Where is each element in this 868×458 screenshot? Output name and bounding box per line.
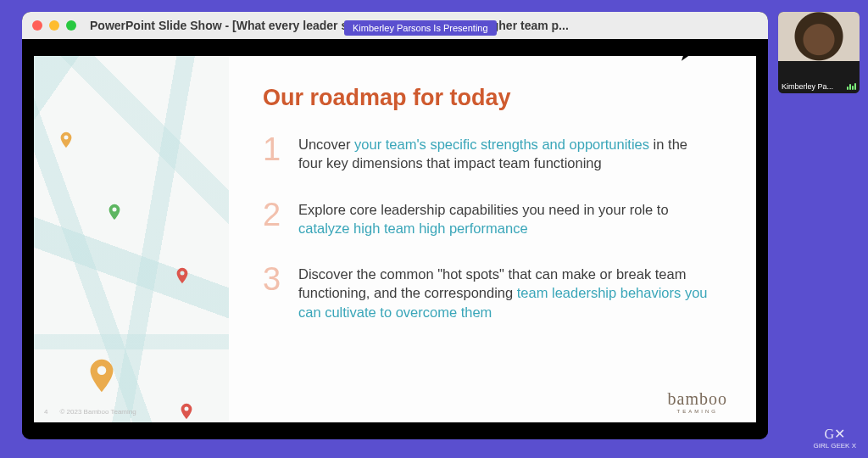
- presenter-camera-tile[interactable]: Kimberley Pa...: [778, 12, 860, 93]
- brand-name: bamboo: [668, 389, 727, 409]
- host-watermark: G✕ GIRL GEEK X: [814, 426, 856, 450]
- maximize-icon[interactable]: [66, 20, 76, 31]
- map-pin-icon: [105, 203, 124, 221]
- brand-subtitle: TEAMING: [668, 409, 727, 414]
- watermark-logo-icon: G✕: [814, 426, 856, 442]
- roadmap-item: 3 Discover the common "hot spots" that c…: [263, 263, 714, 321]
- close-icon[interactable]: [32, 20, 42, 31]
- roadmap-item: 1 Uncover your team's specific strengths…: [263, 133, 714, 173]
- slide-copyright: © 2023 Bamboo Teaming: [59, 408, 136, 416]
- slide-page-number: 4: [44, 408, 47, 416]
- highlight-text: catalyze high team high performance: [298, 221, 528, 236]
- item-text: Explore core leadership capabilities you…: [298, 198, 714, 238]
- presentation-window: PowerPoint Slide Show - [What every lead…: [22, 12, 768, 439]
- minimize-icon[interactable]: [49, 20, 59, 31]
- item-text: Uncover your team's specific strengths a…: [298, 133, 714, 173]
- presenter-name-label: Kimberley Pa...: [782, 82, 833, 91]
- map-illustration: 4 © 2023 Bamboo Teaming: [34, 56, 229, 422]
- slide-letterbox: 4 © 2023 Bamboo Teaming Our roadmap for …: [22, 39, 768, 439]
- roadmap-item: 2 Explore core leadership capabilities y…: [263, 198, 714, 238]
- map-pin-icon: [57, 131, 75, 149]
- slide-content: Our roadmap for today 1 Uncover your tea…: [229, 56, 756, 422]
- slide: 4 © 2023 Bamboo Teaming Our roadmap for …: [34, 56, 756, 422]
- slide-title: Our roadmap for today: [263, 85, 714, 111]
- item-text: Discover the common "hot spots" that can…: [298, 263, 714, 321]
- item-number: 2: [263, 198, 283, 231]
- brand-logo: bamboo TEAMING: [668, 389, 727, 414]
- window-controls: [32, 20, 76, 31]
- highlight-text: your team's specific strengths and oppor…: [354, 137, 649, 152]
- map-pin-icon: [82, 356, 121, 395]
- item-number: 1: [263, 133, 283, 165]
- audio-level-icon: [847, 83, 856, 90]
- map-pin-icon: [177, 402, 196, 421]
- item-number: 3: [263, 263, 283, 295]
- presenter-badge: Kimberley Parsons Is Presenting: [344, 20, 497, 36]
- watermark-label: GIRL GEEK X: [814, 442, 856, 450]
- avatar: [778, 12, 860, 93]
- map-pin-icon: [173, 266, 192, 285]
